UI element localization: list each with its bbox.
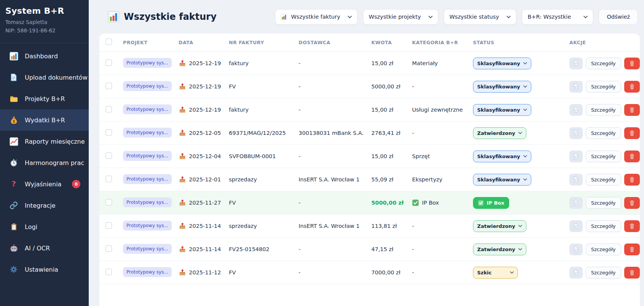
status-select[interactable]: Szkic [473, 267, 518, 279]
document-button[interactable] [569, 267, 583, 279]
supplier: - [299, 246, 371, 252]
sidebar-item-label: AI / OCR [25, 245, 50, 252]
project-badge[interactable]: Prototypowy sys... [123, 58, 172, 68]
project-badge[interactable]: Prototypowy sys... [123, 244, 172, 254]
status-select[interactable]: Zatwierdzony [473, 220, 526, 232]
column-header: NR FAKTURY [229, 40, 299, 45]
project-badge[interactable]: Prototypowy sys... [123, 128, 172, 138]
sidebar-item-upload[interactable]: Upload dokumentów [0, 67, 89, 88]
row-checkbox[interactable] [105, 269, 112, 275]
table-row: Prototypowy sys... 2025-12-19 faktury - … [99, 52, 640, 75]
supplier: - [299, 60, 371, 66]
row-checkbox[interactable] [105, 106, 112, 112]
status-filter-select[interactable]: Wszystkie statusy [444, 9, 516, 25]
invoice-date: 2025-11-14 [189, 246, 221, 252]
delete-button[interactable] [624, 127, 640, 139]
sidebar-item-reports[interactable]: Raporty miesięczne [0, 131, 89, 152]
status-select[interactable]: Sklasyfikowany [473, 151, 531, 162]
details-button[interactable]: Szczegóły [586, 151, 621, 162]
document-button[interactable] [569, 58, 583, 69]
sidebar-item-expenses[interactable]: $ Wydatki B+R [0, 109, 89, 131]
project-badge[interactable]: Prototypowy sys... [123, 221, 172, 231]
row-checkbox[interactable] [105, 152, 112, 159]
status-select[interactable]: Zatwierdzony [473, 244, 526, 255]
profile-block: System B+R Tomasz Sapletta NIP: 588-191-… [0, 0, 89, 39]
row-checkbox[interactable] [105, 222, 112, 229]
project-badge[interactable]: Prototypowy sys... [123, 174, 172, 184]
category-label: Usługi zewnętrzne [412, 107, 463, 113]
details-button[interactable]: Szczegóły [586, 58, 621, 69]
chevron-down-icon [507, 16, 511, 18]
delete-button[interactable] [624, 81, 640, 93]
select-all-checkbox[interactable] [105, 38, 112, 45]
bar-chart-icon [9, 51, 18, 61]
row-checkbox[interactable] [105, 83, 112, 89]
delete-button[interactable] [624, 174, 640, 186]
delete-button[interactable] [624, 58, 640, 69]
project-badge[interactable]: Prototypowy sys... [123, 81, 172, 91]
document-button[interactable] [569, 197, 583, 209]
details-button[interactable]: Szczegóły [586, 244, 621, 255]
status-select[interactable]: Sklasyfikowany [473, 58, 531, 69]
sidebar-item-settings[interactable]: Ustawienia [0, 259, 89, 280]
status-select[interactable]: Sklasyfikowany [473, 81, 531, 93]
table-row: Prototypowy sys... 2025-12-19 FV - 5000,… [99, 75, 640, 98]
invoice-number: FV [229, 200, 299, 206]
sidebar-item-projects[interactable]: Projekty B+R [0, 88, 89, 109]
document-button[interactable] [569, 127, 583, 139]
document-button[interactable] [569, 104, 583, 116]
delete-button[interactable] [624, 267, 640, 279]
bar-chart-icon [108, 11, 119, 22]
check-icon [478, 200, 484, 206]
details-button[interactable]: Szczegóły [586, 81, 621, 93]
sidebar-item-dashboard[interactable]: Dashboard [0, 45, 89, 67]
delete-button[interactable] [624, 104, 640, 116]
details-button[interactable]: Szczegóły [586, 127, 621, 139]
project-filter-select[interactable]: Wszystkie projekty [363, 9, 438, 25]
supplier: - [299, 153, 371, 159]
row-checkbox[interactable] [105, 245, 112, 252]
sidebar-item-ai-ocr[interactable]: AI / OCR [0, 237, 89, 259]
document-button[interactable] [569, 220, 583, 232]
row-checkbox[interactable] [105, 199, 112, 205]
sidebar-item-clarifications[interactable]: ? Wyjaśnienia 0 [0, 173, 89, 195]
br-filter-select[interactable]: B+R: Wszystkie [522, 9, 593, 25]
status-select[interactable]: Sklasyfikowany [473, 174, 531, 186]
details-button[interactable]: Szczegóły [586, 197, 621, 209]
project-badge[interactable]: Prototypowy sys... [123, 104, 172, 114]
details-button[interactable]: Szczegóły [586, 104, 621, 116]
document-button[interactable] [569, 81, 583, 93]
document-button[interactable] [569, 174, 583, 186]
sidebar-item-logs[interactable]: Logi [0, 216, 89, 237]
project-badge[interactable]: Prototypowy sys... [123, 267, 172, 277]
details-button[interactable]: Szczegóły [586, 267, 621, 279]
row-checkbox[interactable] [105, 176, 112, 182]
project-badge[interactable]: Prototypowy sys... [123, 197, 172, 207]
status-select[interactable]: IP Box [473, 197, 509, 209]
row-checkbox[interactable] [105, 129, 112, 136]
details-button[interactable]: Szczegóły [586, 220, 621, 232]
refresh-button[interactable]: Odśwież [599, 9, 638, 25]
details-button[interactable]: Szczegóły [586, 174, 621, 186]
sidebar-item-integrations[interactable]: Integracje [0, 195, 89, 216]
chevron-down-icon [523, 178, 527, 181]
outbox-tray-icon [179, 106, 186, 114]
invoice-number: sprzedazy [229, 223, 299, 229]
status-select[interactable]: Sklasyfikowany [473, 104, 531, 116]
document-button[interactable] [569, 244, 583, 255]
document-button[interactable] [569, 151, 583, 162]
row-checkbox[interactable] [105, 59, 112, 66]
status-select[interactable]: Zatwierdzony [473, 127, 526, 139]
delete-button[interactable] [624, 220, 640, 232]
project-badge[interactable]: Prototypowy sys... [123, 151, 172, 161]
delete-button[interactable] [624, 197, 640, 209]
sidebar-item-schedule[interactable]: Harmonogram prac [0, 152, 89, 173]
invoice-filter-select[interactable]: Wszystkie faktury [275, 9, 358, 25]
delete-button[interactable] [624, 244, 640, 255]
table-row: Prototypowy sys... 2025-12-19 faktury - … [99, 98, 640, 122]
sidebar-item-label: Projekty B+R [25, 95, 65, 103]
delete-button[interactable] [624, 151, 640, 162]
main-content: Wszystkie faktury Wszystkie faktury Wszy… [89, 0, 644, 306]
category-label: - [412, 223, 414, 229]
outbox-tray-icon [179, 176, 186, 183]
